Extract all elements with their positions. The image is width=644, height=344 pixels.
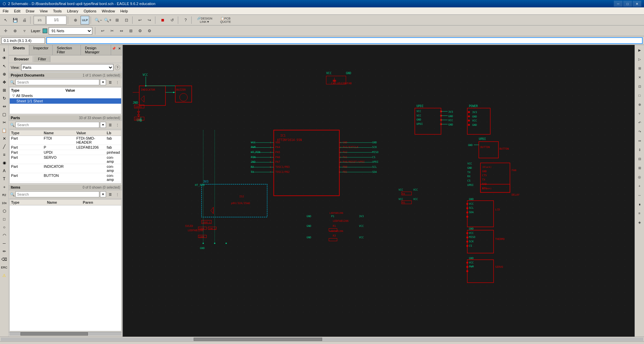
right-tool-5[interactable]: ⊡ <box>636 82 644 91</box>
tool-filter[interactable]: ▿ <box>20 27 29 35</box>
move-icon-strip[interactable]: ✥ <box>1 79 8 86</box>
smash-btn[interactable]: ⊕ <box>71 16 80 24</box>
options-btn-items[interactable]: ⋮ <box>114 191 121 198</box>
tool-move[interactable]: ✛ <box>1 27 10 35</box>
stop-btn[interactable]: ⏹ <box>158 16 167 24</box>
options-btn-docs[interactable]: ⋮ <box>114 79 121 86</box>
left-panel-hscroll[interactable] <box>9 332 122 337</box>
right-tool-10[interactable]: ↷ <box>636 127 644 136</box>
tree-all-sheets[interactable]: ▽ All Sheets <box>10 93 121 98</box>
bottom-scrollbar[interactable] <box>0 337 644 341</box>
cut-icon-strip[interactable]: ✂ <box>1 119 8 126</box>
parts-row-1[interactable]: Part P LEDFAB1206 fab <box>10 145 121 150</box>
right-tool-11[interactable]: ⇔ <box>636 136 644 145</box>
tab-design-manager[interactable]: Design Manager <box>81 45 111 55</box>
copy-t2[interactable]: ⊞ <box>127 27 135 35</box>
line-icon-strip[interactable]: ─ <box>1 240 8 247</box>
menu-edit[interactable]: Edit <box>11 7 23 14</box>
rect-icon-strip[interactable]: □ <box>1 215 8 223</box>
zoom-in-btn[interactable]: 🔍+ <box>103 16 112 24</box>
undo-t2[interactable]: ↩ <box>98 27 107 35</box>
tab-inspector[interactable]: Inspector <box>29 45 53 55</box>
zoom-area-btn[interactable]: ⊞ <box>113 16 121 24</box>
erc-icon-strip[interactable]: ERC <box>1 264 8 271</box>
menu-options[interactable]: Options <box>81 7 99 14</box>
subtab-filter[interactable]: Filter <box>34 56 50 62</box>
redo-btn[interactable]: ↪ <box>145 16 154 24</box>
list-view-btn-parts[interactable]: ☰ <box>107 121 113 128</box>
ulp-btn[interactable]: ULP <box>81 16 89 24</box>
right-tool-6[interactable]: □ <box>636 91 644 100</box>
right-tool-18[interactable]: ∎ <box>636 200 644 208</box>
eye-icon-strip[interactable]: 👁 <box>1 54 8 62</box>
parts-row-5[interactable]: Part BUTTON con-amp <box>10 173 121 182</box>
num-icon-strip[interactable]: 10x <box>1 199 8 207</box>
search-dropdown-docs[interactable]: ▼ <box>100 79 106 85</box>
right-tool-19[interactable]: ≡ <box>636 209 644 217</box>
close-button[interactable]: ✕ <box>633 1 641 7</box>
label-icon-strip[interactable]: A <box>1 167 8 175</box>
cut-t2[interactable]: ✂ <box>108 27 116 35</box>
delete-icon-strip[interactable]: ✕ <box>1 135 8 142</box>
zoom-out-btn[interactable]: 🔍− <box>94 16 103 24</box>
menu-draw[interactable]: Draw <box>23 7 37 14</box>
right-tool-1[interactable]: ▶ <box>636 46 644 54</box>
sheet-selector-btn[interactable]: 1/1 <box>46 16 66 24</box>
parts-search[interactable] <box>15 122 99 128</box>
options-btn-parts[interactable]: ⋮ <box>114 121 121 128</box>
circle-icon-strip[interactable]: ○ <box>1 224 8 231</box>
arrow-icon-strip[interactable]: ↖ <box>1 62 8 70</box>
view-help-icon[interactable]: ? <box>115 65 120 70</box>
search-dropdown-parts[interactable]: ▼ <box>100 122 106 128</box>
panel-close-btn[interactable]: ✕ <box>116 45 122 52</box>
parts-row-2[interactable]: Part UPDI pinhead <box>10 150 121 155</box>
bus-icon-strip[interactable]: ≡ <box>1 151 8 158</box>
tab-selection-filter[interactable]: Selection Filter <box>53 45 81 55</box>
select-tool[interactable]: ↖ <box>1 16 10 24</box>
print-btn[interactable]: 🖨 <box>20 16 29 24</box>
minimize-button[interactable]: ─ <box>614 1 623 7</box>
save-btn[interactable]: 💾 <box>11 16 19 24</box>
gear-t2[interactable]: ⚙ <box>136 27 145 35</box>
mirror-icon-strip[interactable]: ⇔ <box>1 103 8 110</box>
sheet-btn[interactable]: 1/1 <box>34 16 46 24</box>
zoom-fit-btn[interactable]: ⊡ <box>122 16 131 24</box>
menu-tools[interactable]: Tools <box>50 7 64 14</box>
mirror-t2[interactable]: ⇔ <box>117 27 126 35</box>
warning-icon-strip[interactable]: ⚠ <box>1 272 8 279</box>
paste-icon-strip[interactable]: 📋 <box>1 127 8 134</box>
crosshair-icon-strip[interactable]: ⊕ <box>1 70 8 78</box>
add-icon-strip[interactable]: ＋ <box>1 183 8 191</box>
rotate-icon-strip[interactable]: ↻ <box>1 95 8 102</box>
menu-help[interactable]: Help <box>117 7 131 14</box>
menu-library[interactable]: Library <box>64 7 81 14</box>
maximize-button[interactable]: □ <box>623 1 632 7</box>
wire-icon-strip[interactable]: ╱ <box>1 143 8 150</box>
parts-row-4[interactable]: Part INDICATOR con-amp <box>10 164 121 173</box>
junction-icon-strip[interactable]: ◉ <box>1 159 8 166</box>
polygon-icon-strip[interactable]: ⬡ <box>1 207 8 215</box>
right-tool-17[interactable]: ↔ <box>636 191 644 199</box>
right-tool-7[interactable]: ⊕ <box>636 100 644 109</box>
command-input[interactable] <box>46 37 643 44</box>
text-icon-strip[interactable]: T <box>1 175 8 183</box>
list-view-btn-items[interactable]: ☰ <box>107 191 113 198</box>
pencil-icon-strip[interactable]: ✏ <box>1 248 8 255</box>
tree-sheet-1[interactable]: Sheet 1/1 Sheet <box>10 98 121 104</box>
copy-icon-strip[interactable]: ⊞ <box>1 87 8 94</box>
pcb-quote-btn[interactable]: 📋PCB QUOTE <box>215 16 236 24</box>
right-tool-20[interactable]: ◈ <box>636 218 644 227</box>
schematic-canvas-area[interactable]: VCC INDICATOR BUZZER GND <box>123 45 635 337</box>
parts-row-6[interactable]: Part BUZZER con-amp <box>10 182 121 184</box>
right-tool-2[interactable]: ▷ <box>636 55 644 63</box>
right-tool-14[interactable]: ⊞ <box>636 163 644 172</box>
eraser-icon-strip[interactable]: ⌫ <box>1 256 8 263</box>
design-link-btn[interactable]: 🔗DESIGN LINK▼ <box>195 16 215 24</box>
repeat-btn[interactable]: ↺ <box>168 16 177 24</box>
group-icon-strip[interactable]: ▢ <box>1 111 8 118</box>
r2-icon-strip[interactable]: R2 <box>1 191 8 199</box>
items-search[interactable] <box>15 191 99 197</box>
parts-row-3[interactable]: Part SERVO con-amp <box>10 155 121 164</box>
menu-view[interactable]: View <box>37 7 50 14</box>
right-tool-4[interactable]: ✕ <box>636 73 644 82</box>
